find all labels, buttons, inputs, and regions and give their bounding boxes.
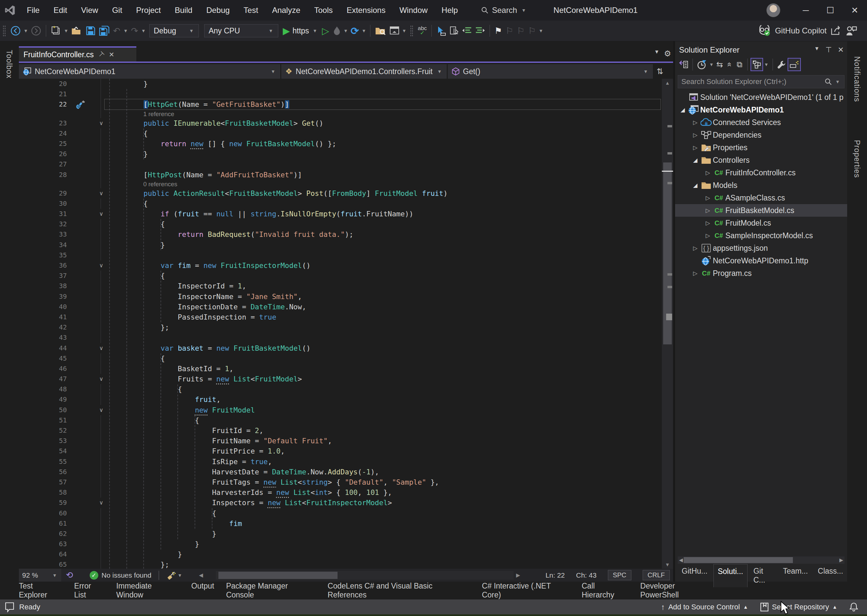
fold-chevron-icon[interactable]: ∨ — [98, 209, 105, 219]
spell-check-button[interactable]: abc✓ — [416, 24, 428, 38]
expand-arrow-icon[interactable]: ▷ — [703, 195, 712, 201]
menu-build[interactable]: Build — [168, 3, 199, 17]
spaces-toggle[interactable]: SPC — [608, 570, 631, 580]
redo-dropdown[interactable]: ▼ — [140, 28, 147, 33]
code-line-48[interactable]: 48 { — [19, 384, 662, 394]
collapse-arrow-icon[interactable]: ◢ — [678, 107, 687, 113]
code-line-27[interactable]: 27 — [19, 159, 662, 170]
toggle-bookmark-button[interactable]: ⚑ — [493, 24, 504, 38]
menu-window[interactable]: Window — [392, 3, 434, 17]
code-line-62[interactable]: 62 } — [19, 529, 662, 539]
user-avatar[interactable] — [766, 3, 780, 17]
start-without-debug-button[interactable]: ▷ — [320, 24, 331, 38]
fold-chevron-icon[interactable]: ∨ — [98, 498, 105, 508]
code-line-44[interactable]: 44∨ var basket = new FruitBasketModel() — [19, 343, 662, 353]
code-line-29[interactable]: 29∨ public ActionResult<FruitBasketModel… — [19, 188, 662, 198]
tab-toolbox[interactable]: Toolbox — [5, 50, 14, 79]
code-line-41[interactable]: 41 PassedInspection = true — [19, 312, 662, 322]
navigate-back-dropdown[interactable]: ▼ — [22, 28, 29, 33]
solution-explorer-horizontal-scrollbar[interactable]: ◀ ▶ — [678, 556, 845, 564]
code-line-34[interactable]: 34 } — [19, 240, 662, 250]
code-line-31[interactable]: 31∨ if (fruit == null || string.IsNullOr… — [19, 209, 662, 219]
code-line-60[interactable]: 60 { — [19, 508, 662, 519]
fold-chevron-icon[interactable]: ∨ — [98, 405, 105, 415]
toolbar-grip[interactable] — [3, 25, 6, 36]
scroll-right-arrow[interactable]: ▶ — [839, 556, 843, 564]
save-all-button[interactable] — [97, 24, 111, 38]
code-line-35[interactable]: 35 — [19, 250, 662, 260]
expand-arrow-icon[interactable]: ▷ — [691, 119, 700, 126]
codelens-references[interactable]: 1 reference — [143, 110, 175, 118]
undo-button[interactable]: ↶ — [111, 24, 123, 38]
health-status[interactable]: No issues found — [102, 571, 151, 579]
code-cleanup-dropdown[interactable]: ▼ — [176, 573, 183, 578]
tree-item-fruitbasketmodel-cs[interactable]: ▷C#FruitBasketModel.cs — [675, 204, 847, 217]
tree-item-asampleclass-cs[interactable]: ▷C#ASampleClass.cs — [675, 192, 847, 204]
new-project-dropdown[interactable]: ▼ — [63, 28, 69, 33]
codelens-indicator[interactable]: 0 references — [19, 180, 662, 188]
code-line-63[interactable]: 63 } — [19, 539, 662, 549]
expand-arrow-icon[interactable]: ▷ — [691, 270, 700, 277]
code-line-45[interactable]: 45 { — [19, 353, 662, 364]
restart-button[interactable]: ⟳ — [349, 24, 361, 38]
code-line-49[interactable]: 49 fruit, — [19, 394, 662, 405]
expand-arrow-icon[interactable]: ▷ — [703, 170, 712, 176]
caret-line[interactable]: Ln: 22 — [545, 571, 565, 579]
show-all-files-button[interactable] — [751, 58, 763, 71]
selection-mode-button[interactable] — [434, 24, 448, 38]
fold-chevron-icon[interactable]: ∨ — [98, 343, 105, 353]
tree-item-netcorewebapidemo1-http[interactable]: NetCoreWebAPIDemo1.http — [675, 255, 847, 267]
expand-arrow-icon[interactable]: ▷ — [703, 220, 712, 226]
code-line-52[interactable]: 52 FruitId = 2, — [19, 426, 662, 436]
code-editor[interactable]: 20 }2122 [HttpGet(Name = "GetFruitBasket… — [19, 79, 673, 569]
breadcrumb-member[interactable]: Get() ▼ — [448, 64, 653, 79]
breadcrumb-project[interactable]: NetCoreWebAPIDemo1 ▼ — [19, 64, 280, 79]
fold-chevron-icon[interactable]: ∨ — [98, 374, 105, 384]
scroll-left-arrow[interactable]: ◀ — [196, 572, 206, 578]
scroll-left-arrow[interactable]: ◀ — [679, 556, 683, 564]
code-line-50[interactable]: 50∨ new FruitModel — [19, 405, 662, 415]
code-line-20[interactable]: 20 } — [19, 79, 662, 89]
menu-project[interactable]: Project — [129, 3, 168, 17]
start-debug-button[interactable]: ▶ https ▼ — [281, 24, 319, 38]
tree-item-program-cs[interactable]: ▷C#Program.cs — [675, 267, 847, 280]
hot-reload-dropdown[interactable]: ▼ — [343, 28, 349, 33]
toolbar-grip[interactable] — [410, 25, 413, 36]
menu-analyze[interactable]: Analyze — [265, 3, 307, 17]
tree-item-fruitmodel-cs[interactable]: ▷C#FruitModel.cs — [675, 217, 847, 229]
menu-test[interactable]: Test — [237, 3, 265, 17]
codelens-references[interactable]: 0 references — [143, 180, 177, 188]
menu-edit[interactable]: Edit — [47, 3, 74, 17]
tree-item-models[interactable]: ◢Models — [675, 179, 847, 192]
split-editor-icon[interactable]: ⇅ — [654, 64, 666, 79]
restart-dropdown[interactable]: ▼ — [361, 28, 367, 33]
code-line-65[interactable]: 65 }; — [19, 559, 662, 569]
line-ending-toggle[interactable]: CRLF — [643, 570, 670, 580]
tree-item-controllers[interactable]: ◢Controllers — [675, 154, 847, 167]
github-copilot-button[interactable]: GitHub Copilot — [758, 25, 857, 36]
tree-item-appsettings-json[interactable]: ▷{ }appsettings.json — [675, 242, 847, 255]
code-line-61[interactable]: 61 fim — [19, 519, 662, 529]
fold-chevron-icon[interactable]: ∨ — [98, 118, 105, 128]
properties-wrench-button[interactable] — [776, 58, 788, 71]
tool-tab-git-c[interactable]: Git C... — [749, 564, 777, 587]
select-repository-button[interactable]: Select Repository ▲ — [760, 602, 837, 612]
tab-properties[interactable]: Properties — [853, 140, 861, 178]
scroll-right-arrow[interactable]: ▶ — [514, 572, 523, 578]
tree-item-netcorewebapidemo1[interactable]: ◢NetCoreWebAPIDemo1 — [675, 104, 847, 116]
code-line-28[interactable]: 28 [HttpPost(Name = "AddFruitToBasket")] — [19, 170, 662, 180]
scroll-down-arrow[interactable]: ▼ — [662, 562, 673, 567]
editor-vertical-scrollbar[interactable]: ▲ ▼ — [662, 79, 673, 569]
close-icon[interactable]: ✕ — [109, 50, 115, 58]
tree-item-connected-services[interactable]: ▷Connected Services — [675, 116, 847, 129]
code-line-56[interactable]: 56 HarvestDate = DateTime.Now.AddDays(-1… — [19, 467, 662, 477]
show-all-files-dropdown[interactable]: ▼ — [763, 62, 770, 67]
document-list-dropdown[interactable]: ▼ — [654, 49, 659, 58]
code-line-57[interactable]: 57 FruitTags = new List<string> { "Defau… — [19, 477, 662, 487]
switch-views-button[interactable] — [677, 58, 690, 71]
previous-bookmark-button[interactable]: ⚐ — [504, 24, 515, 38]
window-position-dropdown[interactable]: ▼ — [814, 46, 820, 54]
menu-debug[interactable]: Debug — [199, 3, 237, 17]
tab-notifications[interactable]: Notifications — [853, 56, 861, 102]
menu-git[interactable]: Git — [105, 3, 129, 17]
